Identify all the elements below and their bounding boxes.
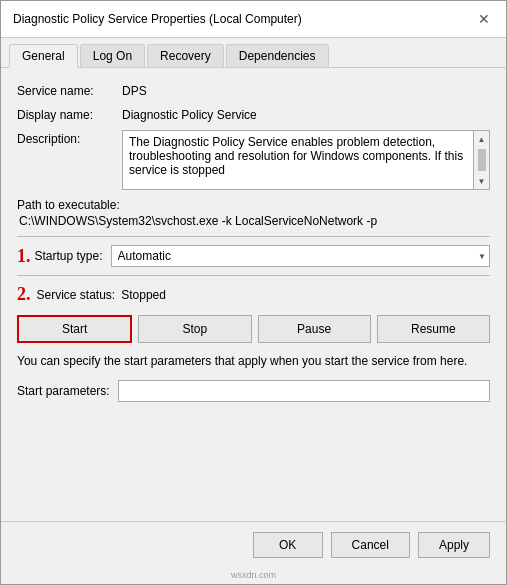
- description-box: The Diagnostic Policy Service enables pr…: [122, 130, 490, 190]
- step1-number: 1.: [17, 246, 31, 267]
- service-status-value: Stopped: [121, 288, 166, 302]
- tab-bar: General Log On Recovery Dependencies: [1, 38, 506, 68]
- tab-logon[interactable]: Log On: [80, 44, 145, 67]
- tab-general[interactable]: General: [9, 44, 78, 68]
- dialog-footer: OK Cancel Apply: [1, 521, 506, 568]
- path-row: Path to executable: C:\WINDOWS\System32\…: [17, 198, 490, 228]
- service-control-buttons: Start Stop Pause Resume: [17, 315, 490, 343]
- content-area: Service name: DPS Display name: Diagnost…: [1, 68, 506, 521]
- service-status-label: 2. Service status:: [17, 284, 115, 305]
- divider-2: [17, 275, 490, 276]
- start-button[interactable]: Start: [17, 315, 132, 343]
- pause-button[interactable]: Pause: [258, 315, 371, 343]
- startup-type-row: 1. Startup type: Automatic Automatic (De…: [17, 245, 490, 267]
- start-params-row: Start parameters:: [17, 380, 490, 402]
- display-name-value: Diagnostic Policy Service: [122, 106, 490, 122]
- scroll-down-arrow[interactable]: ▼: [474, 173, 490, 189]
- ok-button[interactable]: OK: [253, 532, 323, 558]
- description-scrollbar[interactable]: ▲ ▼: [473, 131, 489, 189]
- window-title: Diagnostic Policy Service Properties (Lo…: [13, 12, 302, 26]
- display-name-label: Display name:: [17, 106, 122, 122]
- watermark: wsxdn.com: [1, 568, 506, 584]
- stop-button[interactable]: Stop: [138, 315, 251, 343]
- resume-button[interactable]: Resume: [377, 315, 490, 343]
- startup-type-label: 1. Startup type:: [17, 246, 103, 267]
- title-bar: Diagnostic Policy Service Properties (Lo…: [1, 1, 506, 38]
- service-name-label: Service name:: [17, 82, 122, 98]
- service-name-value: DPS: [122, 82, 490, 98]
- close-button[interactable]: ✕: [474, 9, 494, 29]
- service-name-row: Service name: DPS: [17, 82, 490, 98]
- step2-number: 2.: [17, 284, 31, 305]
- tab-recovery[interactable]: Recovery: [147, 44, 224, 67]
- hint-text: You can specify the start parameters tha…: [17, 353, 490, 370]
- apply-button[interactable]: Apply: [418, 532, 490, 558]
- startup-type-select-wrapper: Automatic Automatic (Delayed Start) Manu…: [111, 245, 490, 267]
- description-label: Description:: [17, 130, 122, 146]
- startup-type-select[interactable]: Automatic Automatic (Delayed Start) Manu…: [111, 245, 490, 267]
- service-status-row: 2. Service status: Stopped: [17, 284, 490, 305]
- divider-1: [17, 236, 490, 237]
- path-label: Path to executable:: [17, 198, 490, 212]
- scroll-up-arrow[interactable]: ▲: [474, 131, 490, 147]
- tab-dependencies[interactable]: Dependencies: [226, 44, 329, 67]
- description-text: The Diagnostic Policy Service enables pr…: [129, 135, 483, 177]
- start-params-input[interactable]: [118, 380, 490, 402]
- description-row: Description: The Diagnostic Policy Servi…: [17, 130, 490, 190]
- path-value: C:\WINDOWS\System32\svchost.exe -k Local…: [19, 214, 490, 228]
- start-params-label: Start parameters:: [17, 384, 110, 398]
- cancel-button[interactable]: Cancel: [331, 532, 410, 558]
- display-name-row: Display name: Diagnostic Policy Service: [17, 106, 490, 122]
